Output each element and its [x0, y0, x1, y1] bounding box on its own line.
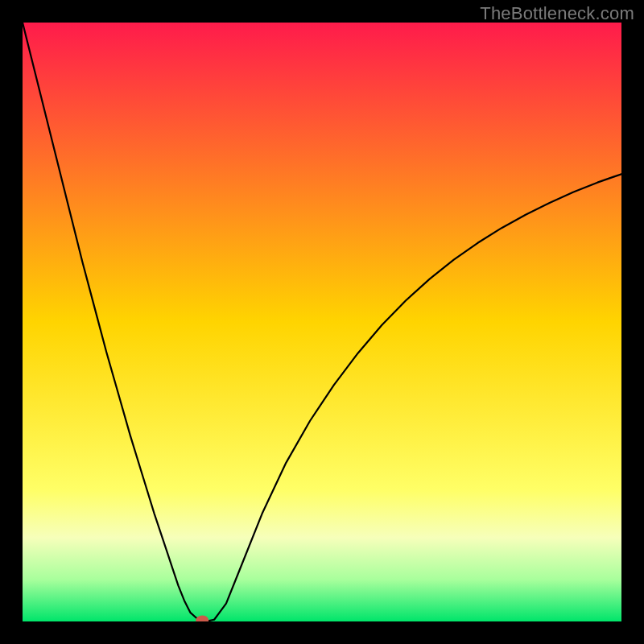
- chart-frame: [23, 23, 621, 621]
- gradient-background: [23, 23, 621, 621]
- chart-canvas: [23, 23, 621, 621]
- watermark-text: TheBottleneck.com: [480, 3, 634, 24]
